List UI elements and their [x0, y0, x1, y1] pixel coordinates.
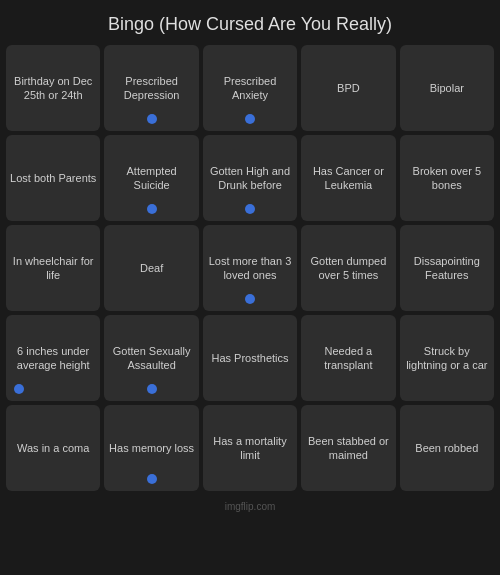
dot-marker: [147, 204, 157, 214]
bingo-cell-23[interactable]: Been stabbed or maimed: [301, 405, 395, 491]
bingo-cell-18[interactable]: Needed a transplant: [301, 315, 395, 401]
bingo-cell-13[interactable]: Gotten dumped over 5 times: [301, 225, 395, 311]
bingo-cell-20[interactable]: Was in a coma: [6, 405, 100, 491]
bingo-cell-2[interactable]: Prescribed Anxiety: [203, 45, 297, 131]
cell-label: Lost more than 3 loved ones: [207, 254, 293, 283]
cell-label: Has Prosthetics: [211, 351, 288, 365]
cell-label: Birthday on Dec 25th or 24th: [10, 74, 96, 103]
bingo-cell-12[interactable]: Lost more than 3 loved ones: [203, 225, 297, 311]
page-title: Bingo (How Cursed Are You Really): [98, 0, 402, 45]
dot-marker: [14, 384, 24, 394]
bingo-cell-8[interactable]: Has Cancer or Leukemia: [301, 135, 395, 221]
bingo-cell-19[interactable]: Struck by lightning or a car: [400, 315, 494, 401]
cell-label: Gotten dumped over 5 times: [305, 254, 391, 283]
cell-label: Lost both Parents: [10, 171, 96, 185]
dot-marker: [245, 204, 255, 214]
dot-marker: [245, 114, 255, 124]
dot-marker: [147, 474, 157, 484]
cell-label: Bipolar: [430, 81, 464, 95]
cell-label: Struck by lightning or a car: [404, 344, 490, 373]
bingo-cell-22[interactable]: Has a mortality limit: [203, 405, 297, 491]
dot-marker: [245, 294, 255, 304]
bingo-cell-11[interactable]: Deaf: [104, 225, 198, 311]
bingo-cell-21[interactable]: Has memory loss: [104, 405, 198, 491]
dot-marker: [147, 114, 157, 124]
cell-label: Been stabbed or maimed: [305, 434, 391, 463]
cell-label: Gotten Sexually Assaulted: [108, 344, 194, 373]
cell-label: Been robbed: [415, 441, 478, 455]
cell-label: Gotten High and Drunk before: [207, 164, 293, 193]
bingo-cell-1[interactable]: Prescribed Depression: [104, 45, 198, 131]
bingo-cell-24[interactable]: Been robbed: [400, 405, 494, 491]
cell-label: Has memory loss: [109, 441, 194, 455]
bingo-cell-14[interactable]: Dissapointing Features: [400, 225, 494, 311]
cell-label: BPD: [337, 81, 360, 95]
cell-label: Needed a transplant: [305, 344, 391, 373]
cell-label: 6 inches under average height: [10, 344, 96, 373]
bingo-cell-17[interactable]: Has Prosthetics: [203, 315, 297, 401]
bingo-cell-9[interactable]: Broken over 5 bones: [400, 135, 494, 221]
bingo-cell-5[interactable]: Lost both Parents: [6, 135, 100, 221]
cell-label: Prescribed Anxiety: [207, 74, 293, 103]
bingo-cell-4[interactable]: Bipolar: [400, 45, 494, 131]
cell-label: In wheelchair for life: [10, 254, 96, 283]
cell-label: Was in a coma: [17, 441, 89, 455]
bingo-cell-3[interactable]: BPD: [301, 45, 395, 131]
cell-label: Attempted Suicide: [108, 164, 194, 193]
cell-label: Prescribed Depression: [108, 74, 194, 103]
bingo-cell-7[interactable]: Gotten High and Drunk before: [203, 135, 297, 221]
cell-label: Has Cancer or Leukemia: [305, 164, 391, 193]
cell-label: Broken over 5 bones: [404, 164, 490, 193]
bingo-grid: Birthday on Dec 25th or 24thPrescribed D…: [0, 45, 500, 497]
watermark: imgflip.com: [225, 497, 276, 518]
cell-label: Has a mortality limit: [207, 434, 293, 463]
bingo-cell-16[interactable]: Gotten Sexually Assaulted: [104, 315, 198, 401]
cell-label: Deaf: [140, 261, 163, 275]
bingo-cell-6[interactable]: Attempted Suicide: [104, 135, 198, 221]
bingo-cell-15[interactable]: 6 inches under average height: [6, 315, 100, 401]
cell-label: Dissapointing Features: [404, 254, 490, 283]
bingo-cell-0[interactable]: Birthday on Dec 25th or 24th: [6, 45, 100, 131]
dot-marker: [147, 384, 157, 394]
bingo-cell-10[interactable]: In wheelchair for life: [6, 225, 100, 311]
